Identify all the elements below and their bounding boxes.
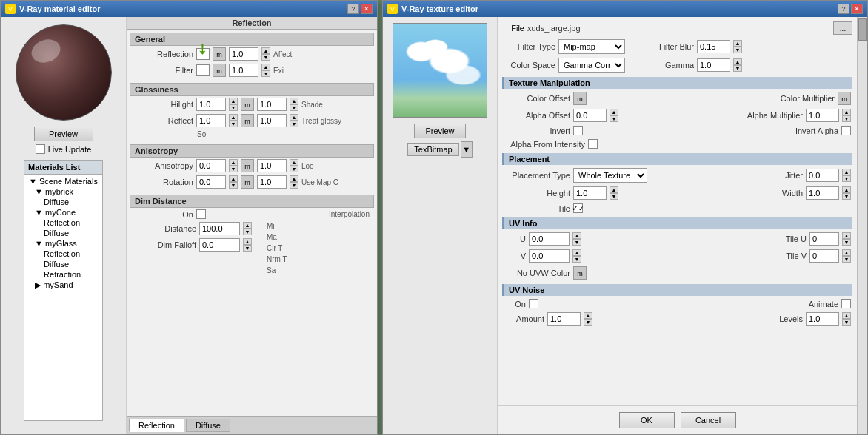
filter-type-select[interactable]: Mip-map (558, 39, 625, 54)
scrollbar[interactable] (857, 17, 867, 434)
sa-row: Sa (262, 265, 371, 276)
amount-label: Amount (504, 314, 544, 323)
tree-item-mybrick[interactable]: ▼ mybrick (26, 186, 101, 197)
hilight-m-btn[interactable]: m (241, 98, 254, 111)
ma-row: Ma (262, 232, 371, 243)
gamma-input[interactable] (697, 58, 730, 72)
reflect-m-btn[interactable]: m (241, 114, 254, 127)
reflect-input2[interactable] (257, 114, 287, 127)
main-panel: Reflection General ➘ Reflection m (127, 17, 377, 434)
tree-item-myglass-reflection[interactable]: Reflection (26, 249, 101, 259)
filter-blur-input[interactable] (697, 40, 730, 53)
filter-type-label: Filter Type (504, 42, 555, 51)
rotation-input2[interactable] (257, 175, 287, 189)
tab-reflection[interactable]: Reflection (129, 419, 184, 432)
anisotropy-input2[interactable] (257, 159, 287, 172)
preview-button[interactable]: Preview (34, 127, 93, 141)
tex-help-button[interactable]: ? (838, 4, 849, 14)
filter-spinner[interactable]: ▲ ▼ (261, 64, 270, 77)
tile-u-input[interactable] (809, 232, 839, 246)
gamma-spinner[interactable]: ▲ ▼ (733, 58, 742, 72)
cancel-button[interactable]: Cancel (681, 412, 736, 428)
help-button[interactable]: ? (347, 4, 359, 14)
tex-preview-button[interactable]: Preview (414, 124, 466, 138)
anisotropy-label: Anisotropy (134, 161, 193, 170)
color-multiplier-m-btn[interactable]: m (838, 92, 851, 105)
reflection-value-input[interactable] (229, 47, 258, 61)
hilight-spinner[interactable]: ▲ ▼ (229, 98, 238, 111)
placement-type-select[interactable]: Whole Texture (573, 168, 647, 183)
tree-item-myglass-diffuse[interactable]: Diffuse (26, 259, 101, 269)
color-offset-m-btn[interactable]: m (573, 92, 587, 105)
tab-diffuse[interactable]: Diffuse (186, 419, 230, 432)
filter-blur-spinner[interactable]: ▲ ▼ (733, 40, 742, 53)
tile-checkbox[interactable]: ✓ (573, 203, 583, 213)
distance-input[interactable] (199, 222, 240, 235)
ma-label: Ma (267, 233, 277, 241)
scrollbar-thumb[interactable] (858, 18, 867, 41)
tree-item-mycone-diffuse[interactable]: Diffuse (26, 228, 101, 238)
u-input[interactable] (529, 232, 570, 246)
filter-row: Filter m ▲ ▼ Exi (130, 62, 374, 78)
anisotropy-section: Anisotropy Anisotropy ▲ ▼ m ▲ ▼ (130, 144, 374, 190)
uv-on-checkbox[interactable] (529, 299, 538, 308)
invert-alpha-checkbox[interactable] (841, 126, 851, 135)
dim-on-checkbox[interactable] (196, 209, 206, 219)
filter-m-btn[interactable]: m (213, 64, 226, 77)
texbitmap-button[interactable]: TexBitmap (407, 143, 458, 156)
height-input[interactable] (573, 186, 607, 200)
filter-down[interactable]: ▼ (261, 70, 270, 77)
color-space-select[interactable]: Gamma Correct (558, 58, 625, 72)
dim-falloff-input[interactable] (199, 238, 240, 252)
filter-color-swatch[interactable] (196, 64, 210, 76)
live-update-checkbox[interactable] (36, 144, 45, 154)
texbitmap-dropdown[interactable]: ▼ (461, 141, 473, 158)
reflection-label: Reflection (134, 50, 193, 58)
tree-item-scene-materials[interactable]: ▼ Scene Materials (26, 176, 101, 186)
v-input[interactable] (529, 249, 570, 263)
dim-on-row: On Interpolation (130, 208, 374, 220)
alpha-multiplier-input[interactable] (806, 109, 839, 122)
reflection-down[interactable]: ▼ (261, 54, 270, 61)
alpha-offset-input[interactable] (573, 109, 607, 122)
anisotropy-m-btn[interactable]: m (241, 159, 254, 172)
invert-checkbox[interactable] (573, 126, 583, 135)
section-tab-reflection[interactable]: Reflection (127, 17, 377, 30)
reflection-up[interactable]: ▲ (261, 47, 270, 54)
tree-item-mysand[interactable]: ▶ mySand (26, 280, 101, 291)
animate-checkbox[interactable] (841, 299, 851, 308)
v-row: V ▲ ▼ Tile V ▲ ▼ (502, 248, 852, 264)
browse-button[interactable]: ... (833, 21, 852, 35)
hilight-input2[interactable] (257, 98, 287, 111)
jitter-input[interactable] (806, 169, 839, 182)
tile-label: Tile (504, 204, 570, 213)
hilight-input[interactable] (196, 98, 226, 111)
rotation-input[interactable] (196, 175, 226, 189)
anisotropy-input[interactable] (196, 159, 226, 172)
dim-distance-title: Dim Distance (130, 195, 374, 208)
reflection-spinner[interactable]: ▲ ▼ (261, 47, 270, 61)
tree-item-mycone[interactable]: ▼ myCone (26, 207, 101, 218)
no-uvw-m-btn[interactable]: m (573, 266, 587, 280)
close-button[interactable]: ✕ (361, 4, 373, 14)
clr-label: Clr T (267, 244, 282, 252)
reflect-input[interactable] (196, 114, 226, 127)
alpha-intensity-row: Alpha From Intensity (502, 138, 852, 150)
ok-button[interactable]: OK (619, 412, 675, 428)
reflection-m-btn[interactable]: m (213, 47, 226, 61)
tree-item-myglass[interactable]: ▼ myGlass (26, 238, 101, 249)
filter-up[interactable]: ▲ (261, 64, 270, 70)
tree-item-mybrick-diffuse[interactable]: Diffuse (26, 197, 101, 207)
rotation-m-btn[interactable]: m (241, 175, 254, 189)
width-input[interactable] (806, 186, 839, 200)
tile-v-input[interactable] (809, 249, 839, 263)
file-row: File xuds_large.jpg ... (502, 21, 852, 35)
tree-item-myglass-refraction[interactable]: Refraction (26, 269, 101, 280)
tex-close-button[interactable]: ✕ (851, 4, 863, 14)
filter-value-input[interactable] (229, 64, 258, 77)
amount-row: Amount ▲ ▼ Levels ▲ ▼ (502, 311, 852, 327)
levels-input[interactable] (806, 312, 839, 326)
amount-input[interactable] (547, 312, 581, 326)
tree-item-mycone-reflection[interactable]: Reflection (26, 218, 101, 228)
alpha-intensity-checkbox[interactable] (588, 139, 598, 149)
